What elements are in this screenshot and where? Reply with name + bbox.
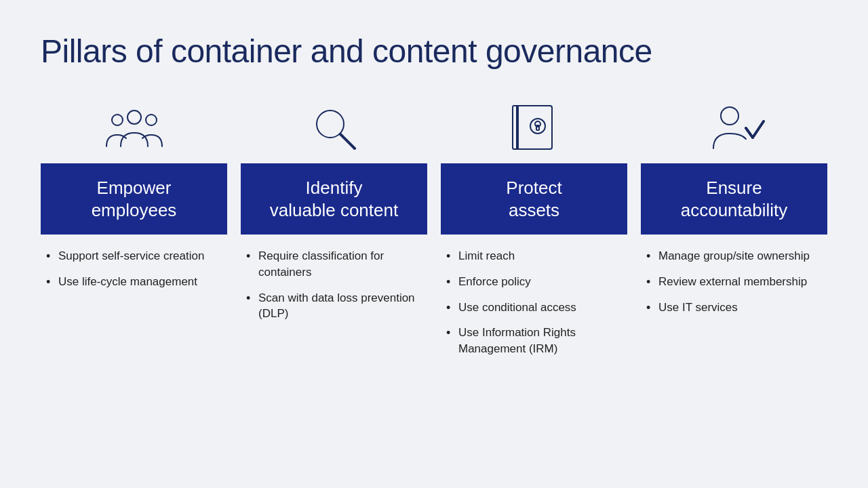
svg-point-11 xyxy=(721,107,738,125)
pillar-header-text-identify: Identifyvaluable content xyxy=(270,177,398,221)
slide: Pillars of container and content governa… xyxy=(0,0,868,488)
pillar-header-protect: Protectassets xyxy=(441,163,627,235)
pillar-ensure: Ensureaccountability Manage group/site o… xyxy=(641,97,827,461)
svg-point-0 xyxy=(127,110,141,124)
list-item: Scan with data loss prevention (DLP) xyxy=(246,290,422,323)
svg-line-4 xyxy=(340,134,355,148)
list-item: Use IT services xyxy=(646,300,822,316)
people-icon xyxy=(41,97,227,158)
list-item: Use conditional access xyxy=(446,300,622,316)
pillar-header-identify: Identifyvaluable content xyxy=(241,163,427,235)
pillars-container: Empoweremployees Support self-service cr… xyxy=(41,97,827,461)
pillar-items-ensure: Manage group/site ownership Review exter… xyxy=(641,235,827,325)
list-item: Support self-service creation xyxy=(46,248,222,264)
list-item: Review external membership xyxy=(646,274,822,290)
page-title: Pillars of container and content governa… xyxy=(41,33,827,70)
document-lock-icon xyxy=(441,97,627,158)
pillar-identify: Identifyvaluable content Require classif… xyxy=(241,97,427,461)
list-item: Enforce policy xyxy=(446,274,622,290)
list-item: Require classification for containers xyxy=(246,248,422,281)
pillar-header-text-ensure: Ensureaccountability xyxy=(681,177,788,221)
list-item: Limit reach xyxy=(446,248,622,264)
svg-rect-5 xyxy=(517,106,552,149)
pillar-header-ensure: Ensureaccountability xyxy=(641,163,827,235)
pillar-items-empower: Support self-service creation Use life-c… xyxy=(41,235,227,300)
svg-point-1 xyxy=(112,115,123,125)
pillar-header-text-empower: Empoweremployees xyxy=(92,177,177,221)
pillar-items-protect: Limit reach Enforce policy Use condition… xyxy=(441,235,627,367)
pillar-empower: Empoweremployees Support self-service cr… xyxy=(41,97,227,461)
pillar-header-empower: Empoweremployees xyxy=(41,163,227,235)
pillar-header-text-protect: Protectassets xyxy=(506,177,561,221)
svg-point-2 xyxy=(146,115,157,125)
search-icon xyxy=(241,97,427,158)
list-item: Manage group/site ownership xyxy=(646,248,822,264)
list-item: Use life-cycle management xyxy=(46,274,222,290)
pillar-items-identify: Require classification for containers Sc… xyxy=(241,235,427,331)
pillar-protect: Protectassets Limit reach Enforce policy… xyxy=(441,97,627,461)
person-check-icon xyxy=(641,97,827,158)
list-item: Use Information Rights Management (IRM) xyxy=(446,325,622,357)
